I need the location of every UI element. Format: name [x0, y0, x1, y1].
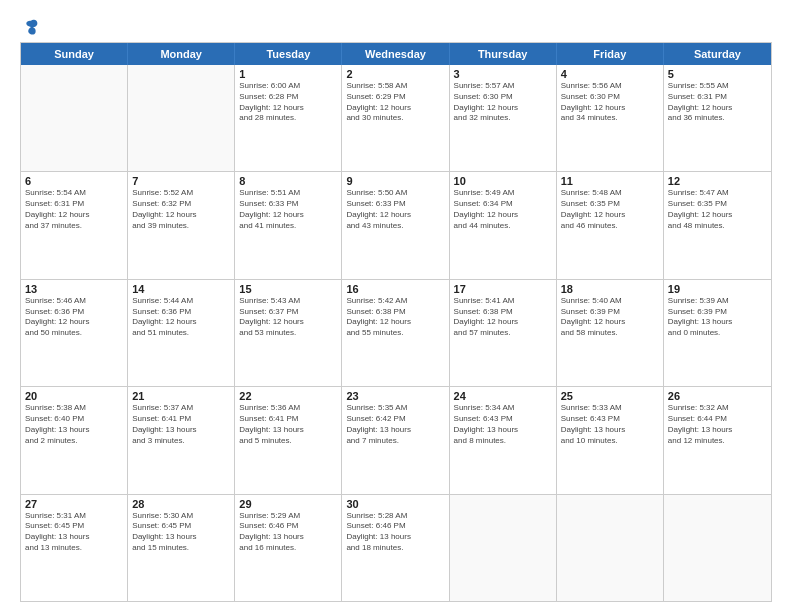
day-info: Sunrise: 5:50 AM Sunset: 6:33 PM Dayligh… — [346, 188, 444, 231]
day-number: 13 — [25, 283, 123, 295]
day-number: 10 — [454, 175, 552, 187]
day-info: Sunrise: 5:29 AM Sunset: 6:46 PM Dayligh… — [239, 511, 337, 554]
day-info: Sunrise: 5:32 AM Sunset: 6:44 PM Dayligh… — [668, 403, 767, 446]
cal-week-4: 20Sunrise: 5:38 AM Sunset: 6:40 PM Dayli… — [21, 387, 771, 494]
day-number: 18 — [561, 283, 659, 295]
cal-cell — [557, 495, 664, 601]
day-number: 24 — [454, 390, 552, 402]
day-info: Sunrise: 5:35 AM Sunset: 6:42 PM Dayligh… — [346, 403, 444, 446]
cal-cell: 3Sunrise: 5:57 AM Sunset: 6:30 PM Daylig… — [450, 65, 557, 171]
day-info: Sunrise: 5:49 AM Sunset: 6:34 PM Dayligh… — [454, 188, 552, 231]
day-number: 21 — [132, 390, 230, 402]
day-info: Sunrise: 5:30 AM Sunset: 6:45 PM Dayligh… — [132, 511, 230, 554]
day-info: Sunrise: 5:42 AM Sunset: 6:38 PM Dayligh… — [346, 296, 444, 339]
day-number: 3 — [454, 68, 552, 80]
cal-cell: 4Sunrise: 5:56 AM Sunset: 6:30 PM Daylig… — [557, 65, 664, 171]
day-info: Sunrise: 5:31 AM Sunset: 6:45 PM Dayligh… — [25, 511, 123, 554]
cal-week-1: 1Sunrise: 6:00 AM Sunset: 6:28 PM Daylig… — [21, 65, 771, 172]
day-info: Sunrise: 5:40 AM Sunset: 6:39 PM Dayligh… — [561, 296, 659, 339]
cal-header-cell-sunday: Sunday — [21, 43, 128, 65]
day-number: 4 — [561, 68, 659, 80]
day-info: Sunrise: 5:38 AM Sunset: 6:40 PM Dayligh… — [25, 403, 123, 446]
day-number: 28 — [132, 498, 230, 510]
cal-cell: 11Sunrise: 5:48 AM Sunset: 6:35 PM Dayli… — [557, 172, 664, 278]
day-number: 20 — [25, 390, 123, 402]
header — [20, 18, 772, 32]
cal-cell: 1Sunrise: 6:00 AM Sunset: 6:28 PM Daylig… — [235, 65, 342, 171]
day-info: Sunrise: 5:51 AM Sunset: 6:33 PM Dayligh… — [239, 188, 337, 231]
cal-cell: 24Sunrise: 5:34 AM Sunset: 6:43 PM Dayli… — [450, 387, 557, 493]
day-info: Sunrise: 5:39 AM Sunset: 6:39 PM Dayligh… — [668, 296, 767, 339]
cal-cell: 15Sunrise: 5:43 AM Sunset: 6:37 PM Dayli… — [235, 280, 342, 386]
day-info: Sunrise: 5:36 AM Sunset: 6:41 PM Dayligh… — [239, 403, 337, 446]
day-info: Sunrise: 5:46 AM Sunset: 6:36 PM Dayligh… — [25, 296, 123, 339]
cal-cell: 10Sunrise: 5:49 AM Sunset: 6:34 PM Dayli… — [450, 172, 557, 278]
day-number: 19 — [668, 283, 767, 295]
cal-cell: 13Sunrise: 5:46 AM Sunset: 6:36 PM Dayli… — [21, 280, 128, 386]
cal-header-cell-saturday: Saturday — [664, 43, 771, 65]
day-number: 12 — [668, 175, 767, 187]
calendar: SundayMondayTuesdayWednesdayThursdayFrid… — [20, 42, 772, 602]
day-number: 27 — [25, 498, 123, 510]
calendar-header: SundayMondayTuesdayWednesdayThursdayFrid… — [21, 43, 771, 65]
day-number: 30 — [346, 498, 444, 510]
cal-cell: 18Sunrise: 5:40 AM Sunset: 6:39 PM Dayli… — [557, 280, 664, 386]
day-info: Sunrise: 5:33 AM Sunset: 6:43 PM Dayligh… — [561, 403, 659, 446]
day-info: Sunrise: 5:34 AM Sunset: 6:43 PM Dayligh… — [454, 403, 552, 446]
cal-header-cell-wednesday: Wednesday — [342, 43, 449, 65]
day-info: Sunrise: 5:57 AM Sunset: 6:30 PM Dayligh… — [454, 81, 552, 124]
day-number: 1 — [239, 68, 337, 80]
cal-cell: 30Sunrise: 5:28 AM Sunset: 6:46 PM Dayli… — [342, 495, 449, 601]
cal-cell: 7Sunrise: 5:52 AM Sunset: 6:32 PM Daylig… — [128, 172, 235, 278]
day-number: 25 — [561, 390, 659, 402]
day-number: 17 — [454, 283, 552, 295]
cal-cell: 14Sunrise: 5:44 AM Sunset: 6:36 PM Dayli… — [128, 280, 235, 386]
cal-week-5: 27Sunrise: 5:31 AM Sunset: 6:45 PM Dayli… — [21, 495, 771, 601]
cal-cell: 6Sunrise: 5:54 AM Sunset: 6:31 PM Daylig… — [21, 172, 128, 278]
day-number: 29 — [239, 498, 337, 510]
cal-cell: 16Sunrise: 5:42 AM Sunset: 6:38 PM Dayli… — [342, 280, 449, 386]
page: SundayMondayTuesdayWednesdayThursdayFrid… — [0, 0, 792, 612]
cal-cell: 28Sunrise: 5:30 AM Sunset: 6:45 PM Dayli… — [128, 495, 235, 601]
cal-cell: 5Sunrise: 5:55 AM Sunset: 6:31 PM Daylig… — [664, 65, 771, 171]
day-number: 15 — [239, 283, 337, 295]
cal-week-2: 6Sunrise: 5:54 AM Sunset: 6:31 PM Daylig… — [21, 172, 771, 279]
day-info: Sunrise: 5:28 AM Sunset: 6:46 PM Dayligh… — [346, 511, 444, 554]
cal-cell — [128, 65, 235, 171]
day-number: 6 — [25, 175, 123, 187]
cal-cell: 22Sunrise: 5:36 AM Sunset: 6:41 PM Dayli… — [235, 387, 342, 493]
logo-text — [20, 18, 40, 36]
cal-cell: 26Sunrise: 5:32 AM Sunset: 6:44 PM Dayli… — [664, 387, 771, 493]
day-info: Sunrise: 6:00 AM Sunset: 6:28 PM Dayligh… — [239, 81, 337, 124]
day-info: Sunrise: 5:37 AM Sunset: 6:41 PM Dayligh… — [132, 403, 230, 446]
cal-cell: 19Sunrise: 5:39 AM Sunset: 6:39 PM Dayli… — [664, 280, 771, 386]
day-info: Sunrise: 5:44 AM Sunset: 6:36 PM Dayligh… — [132, 296, 230, 339]
cal-header-cell-thursday: Thursday — [450, 43, 557, 65]
day-info: Sunrise: 5:56 AM Sunset: 6:30 PM Dayligh… — [561, 81, 659, 124]
cal-header-cell-tuesday: Tuesday — [235, 43, 342, 65]
cal-cell: 8Sunrise: 5:51 AM Sunset: 6:33 PM Daylig… — [235, 172, 342, 278]
day-info: Sunrise: 5:55 AM Sunset: 6:31 PM Dayligh… — [668, 81, 767, 124]
logo-bird-icon — [22, 18, 40, 36]
logo — [20, 18, 40, 32]
cal-cell: 27Sunrise: 5:31 AM Sunset: 6:45 PM Dayli… — [21, 495, 128, 601]
day-number: 26 — [668, 390, 767, 402]
cal-cell: 17Sunrise: 5:41 AM Sunset: 6:38 PM Dayli… — [450, 280, 557, 386]
day-info: Sunrise: 5:48 AM Sunset: 6:35 PM Dayligh… — [561, 188, 659, 231]
cal-cell: 29Sunrise: 5:29 AM Sunset: 6:46 PM Dayli… — [235, 495, 342, 601]
day-number: 16 — [346, 283, 444, 295]
day-number: 7 — [132, 175, 230, 187]
calendar-body: 1Sunrise: 6:00 AM Sunset: 6:28 PM Daylig… — [21, 65, 771, 601]
day-number: 22 — [239, 390, 337, 402]
day-info: Sunrise: 5:54 AM Sunset: 6:31 PM Dayligh… — [25, 188, 123, 231]
day-info: Sunrise: 5:58 AM Sunset: 6:29 PM Dayligh… — [346, 81, 444, 124]
day-number: 23 — [346, 390, 444, 402]
cal-cell — [21, 65, 128, 171]
cal-cell: 2Sunrise: 5:58 AM Sunset: 6:29 PM Daylig… — [342, 65, 449, 171]
day-info: Sunrise: 5:52 AM Sunset: 6:32 PM Dayligh… — [132, 188, 230, 231]
day-number: 14 — [132, 283, 230, 295]
day-info: Sunrise: 5:43 AM Sunset: 6:37 PM Dayligh… — [239, 296, 337, 339]
cal-cell: 23Sunrise: 5:35 AM Sunset: 6:42 PM Dayli… — [342, 387, 449, 493]
cal-cell: 12Sunrise: 5:47 AM Sunset: 6:35 PM Dayli… — [664, 172, 771, 278]
cal-week-3: 13Sunrise: 5:46 AM Sunset: 6:36 PM Dayli… — [21, 280, 771, 387]
